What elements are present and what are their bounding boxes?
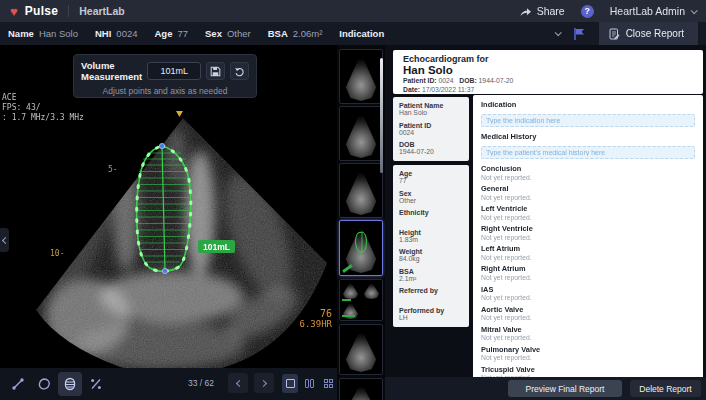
medical-history-label: Medical History — [481, 132, 695, 141]
patient-sex-value: Other — [227, 28, 251, 39]
chevron-down-icon — [691, 7, 698, 14]
patient-bsa-field: BSA 2.06m² — [268, 28, 323, 39]
report-section: Left AtriumNot yet reported. — [481, 244, 695, 261]
volume-tool-button[interactable] — [58, 372, 82, 396]
clip-thumbnail-2[interactable] — [339, 106, 383, 161]
patient-age-label: Age — [154, 28, 172, 39]
report-patient-name: Han Solo — [403, 64, 693, 76]
patient-age-field: Age 77 — [154, 28, 188, 39]
indication-input[interactable] — [481, 114, 695, 127]
grid-pane-icon — [324, 379, 333, 388]
patient-indication-field: Indication — [339, 28, 384, 39]
angle-tool-button[interactable] — [84, 372, 108, 396]
clip-thumbnail-3[interactable] — [339, 163, 383, 218]
report-patient-sidebar: Patient NameHan Solo Patient ID0024 DOB1… — [393, 97, 469, 331]
viewer-toolbar: 33 / 62 — [0, 368, 337, 400]
mini-trend-bar — [342, 299, 351, 301]
report-meta-line1: Patient ID: 0024 DOB: 1944-07-20 — [403, 77, 693, 86]
patient-nhi-value: 0024 — [116, 28, 137, 39]
chevron-right-icon — [259, 379, 266, 386]
patient-summary-bar: Name Han Solo NHI 0024 Age 77 Sex Other … — [0, 22, 706, 45]
report-meta-line2: Date: 17/03/2022 11:37 — [403, 86, 693, 95]
volume-badge: 101mL — [198, 240, 235, 253]
patient-identity-card: Patient NameHan Solo Patient ID0024 DOB1… — [393, 97, 469, 161]
layout-single-button[interactable] — [282, 374, 298, 393]
next-frame-button[interactable] — [254, 373, 274, 393]
report-body: Indication Medical History ConclusionNot… — [473, 95, 703, 400]
help-label: ? — [584, 6, 590, 16]
split-pane-icon — [305, 379, 309, 388]
share-icon — [519, 6, 532, 17]
close-report-icon — [609, 28, 620, 40]
layout-grid-button[interactable] — [320, 374, 336, 393]
report-footer-bar: Preview Final Report Delete Report — [385, 377, 706, 400]
patient-nhi-field: NHI 0024 — [95, 28, 138, 39]
report-section: Pulmonary ValveNot yet reported. — [481, 345, 695, 362]
patient-nhi-label: NHI — [95, 28, 111, 39]
app-title: Pulse — [25, 4, 59, 18]
patient-bsa-value: 2.06m² — [293, 28, 323, 39]
apex-marker-icon — [176, 111, 183, 117]
trace-icon — [37, 377, 51, 391]
expand-patient-bar-chevron-icon[interactable] — [554, 29, 561, 36]
previous-frame-button[interactable] — [228, 373, 248, 393]
echo-viewer[interactable]: 101mL Volume Measurement Adjust — [0, 45, 337, 400]
delete-report-button[interactable]: Delete Report — [630, 380, 701, 397]
clip-thumbnail-5-composite[interactable] — [339, 279, 383, 321]
patient-name-value: Han Solo — [39, 28, 78, 39]
depth-marker-5: 5- — [108, 165, 118, 174]
report-section: Right AtriumNot yet reported. — [481, 264, 695, 281]
patient-bsa-label: BSA — [268, 28, 288, 39]
medical-history-input[interactable] — [481, 146, 695, 159]
flag-icon[interactable] — [574, 28, 585, 40]
help-button[interactable]: ? — [581, 5, 594, 18]
share-button[interactable]: Share — [519, 5, 565, 17]
clip-thumbnail-6[interactable] — [339, 324, 383, 375]
layout-split-button[interactable] — [301, 374, 317, 393]
user-menu-label: HeartLab Admin — [610, 5, 685, 17]
save-icon — [210, 66, 221, 77]
mini-contour-overlay — [350, 229, 374, 259]
frame-counter: 33 / 62 — [188, 378, 214, 388]
save-measurement-button[interactable] — [206, 62, 225, 80]
preview-final-report-button[interactable]: Preview Final Report — [508, 380, 622, 397]
report-title-prefix: Echocardiogram for — [403, 54, 693, 64]
caliper-icon — [11, 377, 25, 391]
user-menu[interactable]: HeartLab Admin — [610, 5, 696, 17]
caliper-tool-button[interactable] — [6, 372, 30, 396]
clip-thumbnail-1[interactable] — [339, 49, 383, 104]
collapse-panel-handle[interactable] — [0, 228, 9, 252]
report-section: ConclusionNot yet reported. — [481, 164, 695, 181]
patient-name-label: Name — [8, 28, 34, 39]
echo-acquisition-info: ACE FPS: 43/ : 1.7 MHz/3.3 MHz — [2, 93, 84, 123]
indication-label: Indication — [481, 100, 695, 109]
top-app-bar: ♥ Pulse HeartLab Share ? HeartLab Admin — [0, 0, 706, 22]
patient-age-value: 77 — [177, 28, 188, 39]
undo-measurement-button[interactable] — [230, 62, 249, 80]
patient-sex-field: Sex Other — [205, 28, 251, 39]
workspace-title: HeartLab — [79, 5, 125, 17]
trace-tool-button[interactable] — [32, 372, 56, 396]
report-section: GeneralNot yet reported. — [481, 184, 695, 201]
report-header: Echocardiogram for Han Solo Patient ID: … — [393, 50, 703, 94]
chevron-left-icon — [2, 236, 9, 243]
clip-thumbnail-4-selected[interactable] — [339, 220, 383, 276]
depth-marker-10: 10- — [50, 249, 64, 258]
close-report-label: Close Report — [626, 28, 684, 39]
report-section: Mitral ValveNot yet reported. — [481, 325, 695, 342]
heart-rate-readout: 76 6.39HR — [260, 308, 332, 329]
clip-thumbnail-7-doppler[interactable] — [339, 378, 383, 400]
axis-handle-bottom[interactable] — [162, 268, 167, 273]
axis-handle-top[interactable] — [159, 143, 164, 148]
volume-measurement-panel: Volume Measurement Adjust points and axi… — [73, 54, 257, 98]
undo-icon — [234, 66, 245, 77]
volume-value-input[interactable] — [147, 62, 201, 80]
close-report-button[interactable]: Close Report — [599, 22, 698, 45]
report-panel: Echocardiogram for Han Solo Patient ID: … — [385, 45, 706, 377]
pulse-heart-logo-icon: ♥ — [10, 4, 18, 19]
volume-discs-icon — [63, 377, 77, 391]
clip-thumbnail-strip: Soft — [337, 45, 385, 400]
thumbnail-scrollbar[interactable] — [380, 58, 383, 173]
report-section: Right VentricleNot yet reported. — [481, 224, 695, 241]
patient-details-card: Age77 SexOther Ethnicity Height1.83m Wei… — [393, 165, 469, 327]
